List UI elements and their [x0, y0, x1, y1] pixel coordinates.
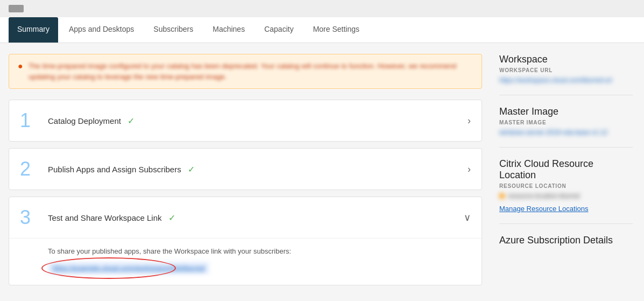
nav-tab-apps-and-desktops[interactable]: Apps and Desktops [60, 17, 143, 43]
master-image-value: windows-server-2019-vda-base-v1-12 [499, 129, 633, 136]
workspace-url-value[interactable]: https://workspace.cloud.com/blurred-url [499, 76, 633, 84]
step-check-icon-2: ✓ [186, 165, 195, 174]
nav-tab-summary[interactable]: Summary [9, 17, 58, 43]
resource-location-text: resource-location-blurred [508, 192, 579, 200]
step-title-1: Catalog Deployment [48, 116, 121, 125]
step-card-3: 3Test and Share Workspace Link ✓∨To shar… [9, 197, 482, 285]
step-header-1[interactable]: 1Catalog Deployment ✓› [9, 100, 482, 141]
share-text: To share your published apps, share the … [48, 247, 471, 255]
master-image-title: Master Image [499, 106, 633, 117]
nav-tabs: SummaryApps and DesktopsSubscribersMachi… [0, 17, 644, 43]
step-title-3: Test and Share Workspace Link [48, 213, 162, 222]
workspace-section: Workspace WORKSPACE URL https://workspac… [499, 54, 633, 95]
step-chevron-3: ∨ [464, 212, 471, 223]
resource-location-value: resource-location-blurred [499, 192, 633, 200]
step-left-1: 1Catalog Deployment ✓ [20, 111, 135, 130]
resource-location-title: Citrix Cloud Resource Location [499, 158, 633, 181]
step-body-3: To share your published apps, share the … [9, 238, 482, 285]
top-bar [0, 0, 644, 17]
warning-banner: ● The time-prepared image configured to … [9, 54, 482, 89]
step-left-3: 3Test and Share Workspace Link ✓ [20, 208, 175, 227]
nav-tab-subscribers[interactable]: Subscribers [145, 17, 202, 43]
warning-text: The time-prepared image configured to yo… [29, 61, 473, 82]
step-check-icon-3: ✓ [166, 213, 175, 222]
step-title-2: Publish Apps and Assign Subscribers [48, 165, 181, 174]
workspace-link-container: https://example.cloud.com/workspace/link… [48, 262, 209, 274]
right-panel: Workspace WORKSPACE URL https://workspac… [482, 54, 633, 292]
nav-tab-capacity[interactable]: Capacity [256, 17, 302, 43]
left-panel: ● The time-prepared image configured to … [9, 54, 482, 292]
step-number-2: 2 [20, 159, 39, 179]
azure-section: Azure Subscription Details [499, 235, 633, 259]
workspace-share-link[interactable]: https://example.cloud.com/workspace/link… [48, 262, 209, 274]
nav-tab-more-settings[interactable]: More Settings [305, 17, 368, 43]
step-number-3: 3 [20, 208, 39, 227]
workspace-title: Workspace [499, 54, 633, 65]
step-header-2[interactable]: 2Publish Apps and Assign Subscribers ✓› [9, 149, 482, 190]
step-check-icon-1: ✓ [125, 116, 135, 125]
master-image-label: MASTER IMAGE [499, 120, 633, 125]
step-chevron-2: › [468, 164, 471, 175]
step-header-3[interactable]: 3Test and Share Workspace Link ✓∨ [9, 197, 482, 238]
azure-title: Azure Subscription Details [499, 235, 633, 246]
step-card-2: 2Publish Apps and Assign Subscribers ✓› [9, 148, 482, 190]
logo [9, 5, 24, 12]
step-card-1: 1Catalog Deployment ✓› [9, 100, 482, 142]
step-title-wrap-3: Test and Share Workspace Link ✓ [48, 213, 175, 223]
step-number-1: 1 [20, 111, 39, 130]
step-title-wrap-2: Publish Apps and Assign Subscribers ✓ [48, 164, 195, 174]
resource-location-section: Citrix Cloud Resource Location RESOURCE … [499, 158, 633, 224]
master-image-section: Master Image MASTER IMAGE windows-server… [499, 106, 633, 148]
nav-tab-machines[interactable]: Machines [204, 17, 253, 43]
step-left-2: 2Publish Apps and Assign Subscribers ✓ [20, 159, 195, 179]
workspace-url-label: WORKSPACE URL [499, 67, 633, 73]
resource-status-dot [499, 193, 505, 199]
resource-location-label: RESOURCE LOCATION [499, 183, 633, 189]
step-chevron-1: › [468, 115, 471, 127]
manage-resource-locations-link[interactable]: Manage Resource Locations [499, 205, 589, 213]
warning-icon: ● [18, 61, 23, 71]
step-title-wrap-1: Catalog Deployment ✓ [48, 116, 135, 126]
